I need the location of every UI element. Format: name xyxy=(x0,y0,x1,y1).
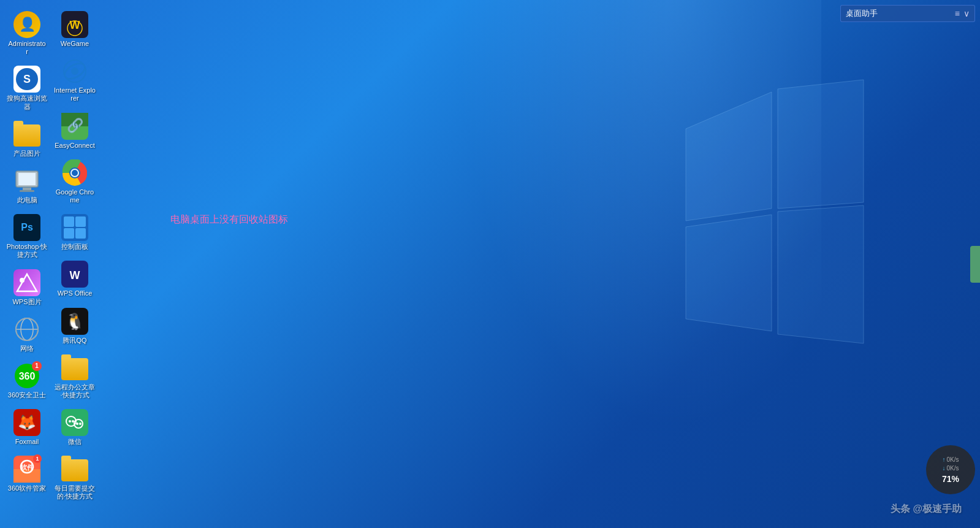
svg-rect-41 xyxy=(75,216,86,227)
svg-rect-7 xyxy=(18,173,36,185)
chevron-down-icon[interactable]: ∨ xyxy=(963,9,970,18)
svg-point-53 xyxy=(76,423,78,425)
desktop-icon-product-img[interactable]: 产品图片 xyxy=(5,118,49,160)
svg-rect-42 xyxy=(64,228,74,239)
desktop-icon-photoshop[interactable]: Ps Photoshop·快捷方式 xyxy=(5,212,49,261)
desktop-assistant-title: 桌面助手 xyxy=(846,8,950,19)
battery-percentage: 71% xyxy=(942,474,959,484)
download-icon: ↓ xyxy=(942,464,945,473)
svg-rect-9 xyxy=(20,190,34,192)
desktop-icon-wps-img[interactable]: WPS图片 xyxy=(5,267,49,308)
desktop-icon-ie[interactable]: Internet Explorer xyxy=(53,55,97,105)
svg-point-12 xyxy=(20,278,25,283)
desktop-message-text: 电脑桌面上没有回收站图标 xyxy=(170,213,288,226)
right-edge-strip xyxy=(970,246,980,283)
svg-text:S: S xyxy=(23,73,31,85)
menu-icon[interactable]: ≡ xyxy=(955,9,960,18)
desktop-icon-360soft[interactable]: 软件 1 360软件管家 xyxy=(5,453,49,495)
upload-row: ↑ 0K/s xyxy=(942,456,959,464)
svg-marker-3 xyxy=(778,205,864,343)
network-battery-widget[interactable]: ↑ 0K/s ↓ 0K/s 71% xyxy=(926,445,975,494)
desktop-icon-sogou[interactable]: S 搜狗高速浏览器 xyxy=(5,63,49,113)
download-row: ↓ 0K/s xyxy=(942,464,959,473)
svg-rect-8 xyxy=(23,188,31,190)
desktop-icon-360-security[interactable]: 360 1 360安全卫士 xyxy=(5,360,49,402)
desktop-icon-wegame[interactable]: W WeGame xyxy=(53,9,97,50)
svg-rect-23 xyxy=(13,479,40,483)
svg-point-38 xyxy=(72,170,78,176)
desktop-icon-wechat[interactable]: 微信 xyxy=(53,407,97,448)
watermark-text: 头条 @极速手助 xyxy=(891,503,962,516)
desktop-icon-qq[interactable]: 🐧 腾讯QQ xyxy=(53,305,97,347)
svg-point-51 xyxy=(69,420,71,423)
desktop-icon-wps-office[interactable]: W WPS Office xyxy=(53,258,97,300)
svg-text:🦊: 🦊 xyxy=(18,413,36,431)
svg-rect-43 xyxy=(75,228,86,239)
upload-speed: 0K/s xyxy=(946,456,959,464)
svg-rect-40 xyxy=(64,216,74,227)
download-speed: 0K/s xyxy=(946,464,959,473)
svg-text:🐧: 🐧 xyxy=(65,312,85,331)
svg-text:360: 360 xyxy=(19,371,36,381)
desktop-icon-this-pc[interactable]: 此电脑 xyxy=(5,165,49,207)
desktop-icon-daily-doc[interactable]: 每日需要提交的·快捷方式 xyxy=(53,453,97,503)
svg-point-31 xyxy=(71,67,78,75)
svg-marker-1 xyxy=(778,80,864,209)
svg-text:🔗: 🔗 xyxy=(67,117,84,134)
svg-point-54 xyxy=(79,423,82,425)
desktop-icon-area: 👤 Administrator S 搜狗高速浏览器 产品图片 xyxy=(0,0,141,527)
desktop-icon-administrator[interactable]: 👤 Administrator xyxy=(5,9,49,58)
svg-point-52 xyxy=(72,420,74,423)
desktop-icon-control-panel[interactable]: 控制面板 xyxy=(53,212,97,253)
windows-logo xyxy=(674,74,870,370)
svg-marker-0 xyxy=(686,92,772,221)
svg-text:软件: 软件 xyxy=(20,464,34,471)
upload-icon: ↑ xyxy=(942,456,945,464)
svg-marker-2 xyxy=(686,215,772,331)
desktop-assistant-bar[interactable]: 桌面助手 ≡ ∨ xyxy=(840,5,975,22)
desktop-icon-remote-doc[interactable]: 远程办公文章·快捷方式 xyxy=(53,352,97,402)
desktop-icon-network[interactable]: 网络 xyxy=(5,313,49,355)
desktop-icon-easyconnect[interactable]: 🔗 EasyConnect xyxy=(53,110,97,152)
svg-text:W: W xyxy=(70,269,80,281)
desktop-icon-google-chrome[interactable]: Google Chrome xyxy=(53,157,97,207)
desktop-icon-foxmail[interactable]: 🦊 Foxmail xyxy=(5,407,49,448)
